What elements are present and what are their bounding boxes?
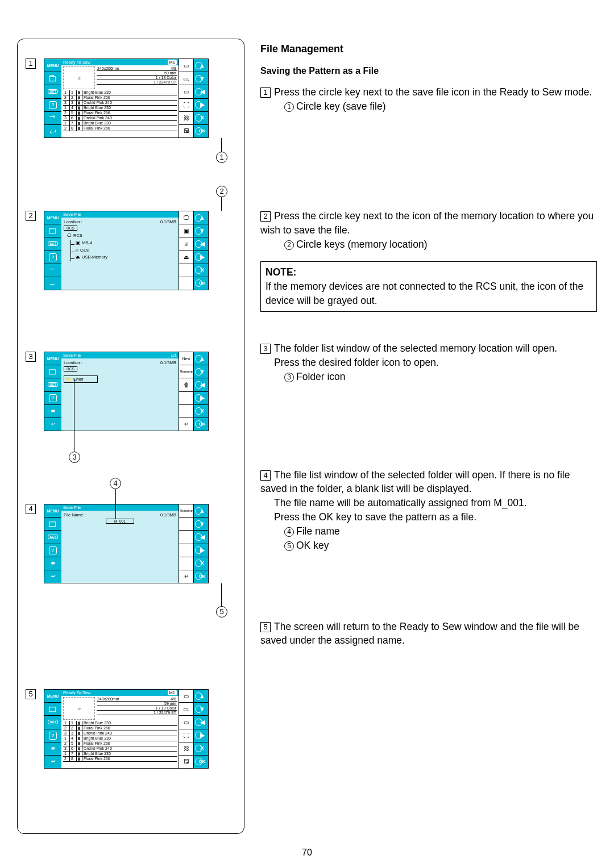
screen-title-bar: Ready To Sew M1 (61, 59, 179, 65)
circle-key-1[interactable]: ▲ (194, 211, 208, 224)
help-button[interactable]: ? (44, 729, 61, 742)
callout-4: 4 (110, 478, 121, 489)
circle-key-rename[interactable]: ▼ (194, 365, 208, 378)
circle-key-right[interactable]: ▶ (194, 99, 208, 111)
circle-key-up[interactable]: ▲ (194, 59, 208, 72)
set-button[interactable]: SET (44, 716, 61, 729)
circle-key-ok[interactable]: OK (194, 125, 208, 137)
location-label: Location : (64, 219, 82, 224)
device-screen-3: MENU SET ? ⇄ ↩ Save File1/1 Location :0.… (44, 352, 209, 431)
callout-2: 2 (216, 186, 227, 197)
circle-key-ok[interactable]: OK (194, 277, 208, 290)
swap-icon[interactable]: ⇄ (44, 405, 61, 418)
menu-button[interactable]: MENU (44, 690, 61, 703)
swap-icon[interactable] (44, 264, 61, 277)
help-button[interactable]: ? (44, 251, 61, 264)
circle-key-left[interactable]: ◀ (194, 531, 208, 543)
screen-title: Save File (63, 212, 81, 217)
monitor-icon: 🖵 (67, 232, 72, 240)
circle-key-cancel[interactable]: ✕ (194, 264, 208, 277)
spool-icon: ▭ (179, 85, 194, 98)
screen-mode: M1 (168, 690, 177, 695)
set-button[interactable]: SET (44, 531, 61, 544)
return-icon[interactable] (44, 277, 61, 290)
open-icon[interactable] (44, 72, 61, 85)
help-button[interactable]: ? (44, 544, 61, 557)
circle-key-ok[interactable]: OK (194, 756, 208, 768)
circle-key-up[interactable]: ▲ (194, 690, 208, 702)
circle-key-2[interactable]: ▼ (194, 224, 208, 237)
swap-icon[interactable]: ⇄ (44, 742, 61, 756)
pattern-preview: ✿ (63, 66, 95, 89)
menu-button[interactable]: MENU (44, 211, 61, 224)
circle-key-right[interactable]: ▶ (194, 729, 208, 742)
screen-4-row: 4 4 MENU SET ? ⇄ ↩ Save File File Name :… (26, 504, 236, 583)
device-screen-4: MENU SET ? ⇄ ↩ Save File File Name :0.1/… (44, 504, 209, 583)
spool-icon: ▭ (179, 59, 194, 72)
card-icon: ⎚ (76, 247, 78, 254)
set-button[interactable]: SET (44, 378, 61, 391)
device-rightbar: ▭▲ ▭.▼ ▭◀ ⛶▶ ⛓✕ 🖫OK (179, 59, 208, 137)
color-list: 11▮Bright Blue 230 22▮Floral Pink 266 33… (63, 90, 177, 131)
card-icon: ⎚ (179, 237, 194, 250)
circle-key-cancel[interactable]: ✕ (194, 742, 208, 755)
return-icon[interactable]: ↩ (44, 756, 61, 768)
step-3: 3The folder list window of the selected … (260, 341, 597, 384)
screen-title: Ready To Sew (63, 60, 90, 65)
memory-size: 0.1/3MB (160, 219, 176, 224)
circle-key-cancel[interactable]: ✕ (194, 557, 208, 570)
screen-mode: M1 (168, 60, 177, 65)
swap-icon[interactable]: ⇄ (44, 557, 61, 570)
set-button[interactable]: SET (44, 85, 61, 98)
step-4-box: 4 (26, 504, 36, 514)
svg-rect-0 (49, 77, 56, 81)
circle-key-cancel[interactable]: ✕ (194, 112, 208, 124)
enter-icon: ↵ (179, 418, 194, 431)
enter-icon: ↵ (179, 570, 194, 583)
circle-key-ok[interactable]: OK (194, 570, 208, 583)
device-screen-1: MENU SET ? Ready To Sew M1 ✿ (44, 59, 209, 138)
open-icon[interactable] (44, 365, 61, 378)
screen-5-row: 5 MENU SET ? ⇄ ↩ Ready To SewM1 ✿ (26, 689, 236, 769)
folder-icon: 📁 (66, 377, 71, 382)
menu-button[interactable]: MENU (44, 352, 61, 365)
circle-key-left[interactable]: ◀ (194, 85, 208, 98)
return-icon[interactable] (44, 125, 61, 137)
circle-key-right[interactable]: ▶ (194, 392, 208, 404)
help-button[interactable]: ? (44, 99, 61, 112)
breadcrumb-rcs: RCS (64, 366, 77, 372)
circle-key-down[interactable]: ▼ (194, 72, 208, 85)
menu-button[interactable]: MENU (44, 59, 61, 72)
circle-key-rename[interactable]: ▲ (194, 504, 208, 517)
folder-item[interactable]: 📁Embf (64, 375, 98, 383)
circle-key-down[interactable]: ▼ (194, 703, 208, 715)
open-icon[interactable] (44, 703, 61, 716)
location-label: Location : (64, 360, 82, 365)
return-icon[interactable]: ↩ (44, 570, 61, 583)
set-button[interactable]: SET (44, 237, 61, 251)
menu-button[interactable]: MENU (44, 504, 61, 518)
circle-key-4[interactable]: ▶ (194, 251, 208, 264)
step-3-box: 3 (26, 352, 36, 362)
return-icon[interactable]: ↩ (44, 418, 61, 431)
open-icon[interactable] (44, 224, 61, 237)
swap-icon[interactable] (44, 112, 61, 125)
circle-key-new[interactable]: ▲ (194, 352, 208, 365)
side-label-rename: Rename (179, 504, 194, 517)
circle-key-3[interactable]: ◀ (194, 237, 208, 250)
circle-key-cancel[interactable]: ✕ (194, 405, 208, 418)
diagram-column: 1 MENU SET ? Ready To Sew M1 (17, 39, 244, 834)
circle-key-down[interactable]: ▼ (194, 518, 208, 530)
circle-key-delete[interactable]: ◀ (194, 378, 208, 391)
callout-3: 3 (69, 452, 80, 463)
circle-key-left[interactable]: ◀ (194, 716, 208, 728)
circle-key-right[interactable]: ▶ (194, 544, 208, 557)
open-icon[interactable] (44, 518, 61, 531)
monitor-icon: 🖵 (179, 211, 194, 224)
circle-key-ok[interactable]: OK (194, 418, 208, 431)
svg-rect-1 (49, 229, 56, 233)
screen-title: Save File (63, 353, 81, 358)
svg-rect-3 (49, 522, 56, 527)
memory-size: 0.1/3MB (160, 512, 176, 518)
help-button[interactable]: ? (44, 392, 61, 405)
